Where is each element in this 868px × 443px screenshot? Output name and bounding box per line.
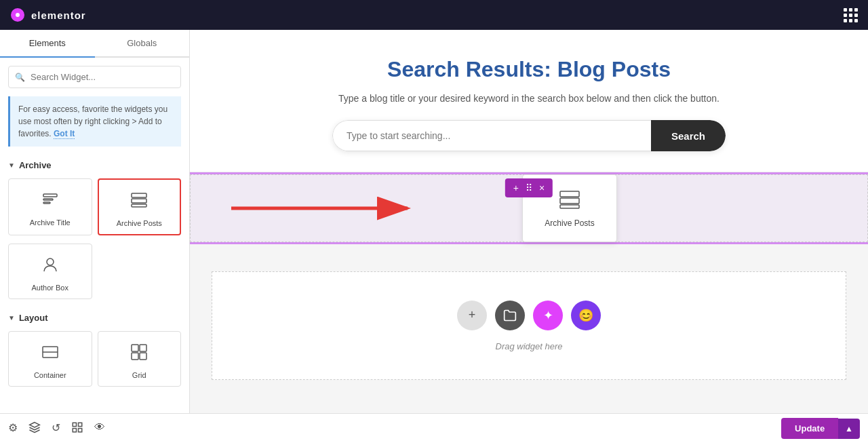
widget-container-label: Container	[34, 371, 66, 379]
svg-rect-10	[140, 345, 146, 351]
folder-button[interactable]	[495, 301, 525, 330]
section-header-archive[interactable]: ▼ Archive	[0, 155, 189, 176]
info-banner: For easy access, favorite the widgets yo…	[8, 96, 181, 147]
widget-move-button[interactable]: ⠿	[523, 181, 535, 195]
svg-rect-17	[560, 205, 579, 208]
section-label-archive: Archive	[19, 160, 52, 170]
widget-author-box[interactable]: Author Box	[8, 244, 92, 299]
svg-rect-2	[43, 202, 50, 204]
toolbar-icons: ⚙ ↺ 👁	[8, 421, 105, 436]
search-input[interactable]	[8, 66, 181, 88]
widget-archive-posts[interactable]: Archive Posts	[98, 178, 182, 235]
search-bar-input[interactable]	[332, 120, 651, 151]
main-layout: Elements Globals 🔍 For easy access, favo…	[0, 30, 868, 413]
blog-title: Search Results: Blog Posts	[203, 57, 854, 82]
svg-rect-20	[79, 423, 82, 426]
update-chevron-button[interactable]: ▲	[838, 419, 860, 439]
update-button[interactable]: Update	[781, 418, 838, 439]
top-bar: elementor	[0, 0, 868, 30]
archive-posts-icon	[130, 191, 149, 214]
svg-rect-11	[132, 353, 138, 360]
info-banner-text: For easy access, favorite the widgets yo…	[18, 104, 167, 138]
widget-archive-title[interactable]: Archive Title	[8, 178, 92, 235]
purple-line-bottom	[190, 242, 868, 244]
section-label-layout: Layout	[19, 313, 48, 323]
drop-zone-wrapper: + ⠿ ×	[190, 172, 868, 244]
svg-rect-16	[560, 198, 579, 204]
widget-archive-posts-label: Archive Posts	[117, 219, 162, 227]
template-icon[interactable]	[71, 421, 83, 436]
add-section-button[interactable]: +	[457, 301, 487, 330]
drag-hint: Drag widget here	[496, 341, 563, 351]
elementor-logo: elementor	[31, 9, 86, 21]
svg-rect-19	[73, 423, 76, 426]
svg-rect-5	[132, 204, 146, 207]
chevron-down-icon: ▼	[8, 161, 15, 169]
layers-icon[interactable]	[28, 421, 41, 436]
archive-widget-grid: Archive Title Archive Posts	[0, 176, 189, 244]
drop-actions: + ✦ 😊	[457, 301, 601, 330]
search-box: 🔍	[8, 66, 181, 88]
hamburger-menu[interactable]	[844, 8, 857, 22]
svg-rect-4	[132, 199, 146, 203]
widget-author-box-label: Author Box	[32, 284, 68, 292]
section-header-layout[interactable]: ▼ Layout	[0, 307, 189, 328]
author-box-grid: Author Box	[0, 244, 189, 307]
drag-arrow	[231, 188, 435, 229]
tab-globals[interactable]: Globals	[95, 30, 190, 58]
widget-container[interactable]: Container	[8, 331, 92, 387]
svg-rect-3	[132, 193, 146, 197]
widget-grid-label: Grid	[132, 371, 146, 379]
history-icon[interactable]: ↺	[52, 421, 60, 436]
elementor-dot-icon	[11, 8, 24, 22]
widget-archive-title-label: Archive Title	[30, 218, 71, 227]
top-bar-left: elementor	[11, 8, 86, 22]
widget-grid[interactable]: Grid	[98, 331, 182, 387]
blog-subtitle: Type a blog title or your desired keywor…	[292, 93, 766, 104]
archive-title-icon	[41, 190, 60, 213]
author-box-icon	[41, 255, 60, 278]
svg-rect-22	[73, 428, 76, 431]
container-icon	[41, 343, 60, 366]
search-icon: 🔍	[15, 73, 25, 82]
update-button-wrap: Update ▲	[781, 418, 860, 439]
dropped-widget-label: Archive Posts	[545, 218, 594, 228]
svg-rect-0	[43, 194, 57, 197]
got-it-link[interactable]: Got It	[54, 129, 75, 139]
svg-rect-12	[140, 353, 146, 360]
svg-rect-21	[79, 428, 82, 431]
sidebar: Elements Globals 🔍 For easy access, favo…	[0, 30, 190, 413]
svg-marker-18	[30, 422, 40, 427]
dropped-widget-icon	[559, 189, 580, 213]
svg-rect-15	[560, 191, 579, 197]
widget-add-button[interactable]: +	[511, 181, 521, 195]
chevron-down-icon-layout: ▼	[8, 314, 15, 322]
search-bar: Search	[332, 120, 726, 151]
grid-icon	[130, 343, 149, 366]
search-bar-button[interactable]: Search	[651, 120, 726, 151]
layout-widget-grid: Container Grid	[0, 328, 189, 395]
second-drop-zone: + ✦ 😊 Drag widget here	[212, 271, 846, 380]
sidebar-tabs: Elements Globals	[0, 30, 189, 58]
blog-header-section: Search Results: Blog Posts Type a blog t…	[190, 30, 868, 172]
settings-icon[interactable]: ⚙	[8, 421, 18, 436]
second-drop-zone-wrapper: + ✦ 😊 Drag widget here	[190, 250, 868, 402]
widget-floating-toolbar: + ⠿ ×	[505, 178, 553, 197]
bottom-toolbar: ⚙ ↺ 👁 Update ▲	[0, 413, 868, 443]
svg-rect-1	[43, 199, 53, 200]
preview-icon[interactable]: 👁	[94, 421, 105, 436]
svg-rect-9	[132, 345, 138, 351]
smiley-button[interactable]: 😊	[571, 301, 601, 330]
svg-point-6	[47, 258, 54, 265]
magic-button[interactable]: ✦	[533, 301, 563, 330]
widget-close-button[interactable]: ×	[536, 181, 547, 195]
canvas: Search Results: Blog Posts Type a blog t…	[190, 30, 868, 413]
tab-elements[interactable]: Elements	[0, 30, 95, 58]
